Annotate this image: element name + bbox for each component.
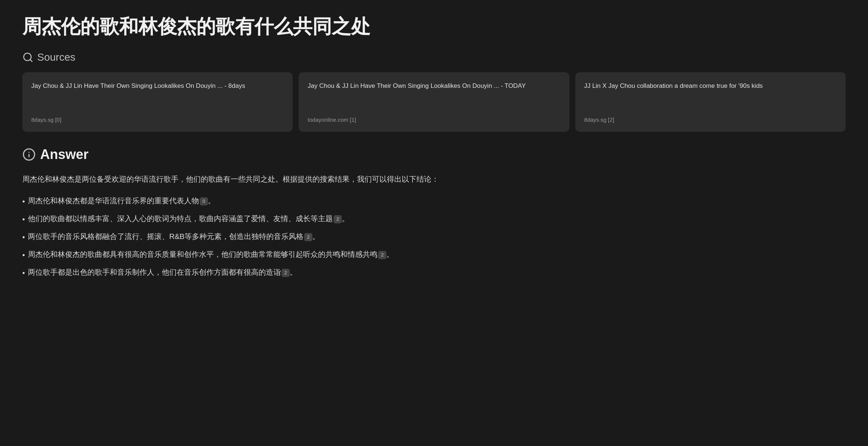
source-card-1[interactable]: Jay Chou & JJ Lin Have Their Own Singing… bbox=[299, 72, 569, 132]
cite-badge-2: 2 bbox=[304, 233, 312, 241]
sources-label: Sources bbox=[37, 51, 75, 63]
source-url-0: 8days.sg [0] bbox=[31, 117, 284, 123]
list-item: • 周杰伦和林俊杰的歌曲都具有很高的音乐质量和创作水平，他们的歌曲常常能够引起听… bbox=[22, 248, 846, 261]
list-item-text-0: 周杰伦和林俊杰都是华语流行音乐界的重要代表人物 bbox=[28, 197, 199, 205]
bullet-3: • bbox=[22, 249, 25, 261]
list-item: • 周杰伦和林俊杰都是华语流行音乐界的重要代表人物0。 bbox=[22, 194, 846, 208]
source-url-2: 8days.sg [2] bbox=[584, 117, 837, 123]
search-icon bbox=[22, 52, 33, 63]
info-icon bbox=[22, 148, 36, 161]
list-item: • 他们的歌曲都以情感丰富、深入人心的歌词为特点，歌曲内容涵盖了爱情、友情、成长… bbox=[22, 212, 846, 226]
list-item-content-2: 两位歌手的音乐风格都融合了流行、摇滚、R&B等多种元素，创造出独特的音乐风格2。 bbox=[28, 230, 320, 243]
source-card-0[interactable]: Jay Chou & JJ Lin Have Their Own Singing… bbox=[22, 72, 293, 132]
page-title: 周杰伦的歌和林俊杰的歌有什么共同之处 bbox=[22, 15, 846, 38]
answer-intro: 周杰伦和林俊杰是两位备受欢迎的华语流行歌手，他们的歌曲有一些共同之处。根据提供的… bbox=[22, 173, 846, 185]
list-item-content-4: 两位歌手都是出色的歌手和音乐制作人，他们在音乐创作方面都有很高的造诣2。 bbox=[28, 266, 297, 278]
list-item: • 两位歌手都是出色的歌手和音乐制作人，他们在音乐创作方面都有很高的造诣2。 bbox=[22, 266, 846, 279]
cite-badge-0: 0 bbox=[200, 197, 208, 206]
bullet-2: • bbox=[22, 231, 25, 243]
source-url-1: todayonline.com [1] bbox=[308, 117, 560, 123]
source-title-1: Jay Chou & JJ Lin Have Their Own Singing… bbox=[308, 81, 560, 91]
source-title-2: JJ Lin X Jay Chou collaboration a dream … bbox=[584, 81, 837, 91]
answer-section: Answer 周杰伦和林俊杰是两位备受欢迎的华语流行歌手，他们的歌曲有一些共同之… bbox=[22, 147, 846, 279]
bullet-4: • bbox=[22, 267, 25, 279]
list-item: • 两位歌手的音乐风格都融合了流行、摇滚、R&B等多种元素，创造出独特的音乐风格… bbox=[22, 230, 846, 243]
cite-badge-3: 2 bbox=[378, 251, 386, 259]
list-item-content-1: 他们的歌曲都以情感丰富、深入人心的歌词为特点，歌曲内容涵盖了爱情、友情、成长等主… bbox=[28, 212, 349, 225]
svg-line-1 bbox=[30, 60, 32, 61]
bullet-0: • bbox=[22, 195, 25, 208]
answer-label: Answer bbox=[40, 147, 89, 162]
list-item-text-3: 周杰伦和林俊杰的歌曲都具有很高的音乐质量和创作水平，他们的歌曲常常能够引起听众的… bbox=[28, 250, 377, 258]
list-item-text-4: 两位歌手都是出色的歌手和音乐制作人，他们在音乐创作方面都有很高的造诣 bbox=[28, 268, 281, 276]
answer-header: Answer bbox=[22, 147, 846, 162]
list-item-text-1: 他们的歌曲都以情感丰富、深入人心的歌词为特点，歌曲内容涵盖了爱情、友情、成长等主… bbox=[28, 214, 333, 223]
sources-cards-container: Jay Chou & JJ Lin Have Their Own Singing… bbox=[22, 72, 846, 132]
sources-header: Sources bbox=[22, 51, 846, 63]
source-card-2[interactable]: JJ Lin X Jay Chou collaboration a dream … bbox=[575, 72, 846, 132]
bullet-1: • bbox=[22, 213, 25, 226]
list-item-content-3: 周杰伦和林俊杰的歌曲都具有很高的音乐质量和创作水平，他们的歌曲常常能够引起听众的… bbox=[28, 248, 394, 261]
list-item-text-2: 两位歌手的音乐风格都融合了流行、摇滚、R&B等多种元素，创造出独特的音乐风格 bbox=[28, 232, 303, 240]
list-item-content-0: 周杰伦和林俊杰都是华语流行音乐界的重要代表人物0。 bbox=[28, 194, 215, 207]
cite-badge-1: 2 bbox=[334, 215, 342, 223]
cite-badge-4: 2 bbox=[282, 269, 290, 277]
answer-list: • 周杰伦和林俊杰都是华语流行音乐界的重要代表人物0。 • 他们的歌曲都以情感丰… bbox=[22, 194, 846, 279]
source-title-0: Jay Chou & JJ Lin Have Their Own Singing… bbox=[31, 81, 284, 91]
sources-section: Sources Jay Chou & JJ Lin Have Their Own… bbox=[22, 51, 846, 132]
